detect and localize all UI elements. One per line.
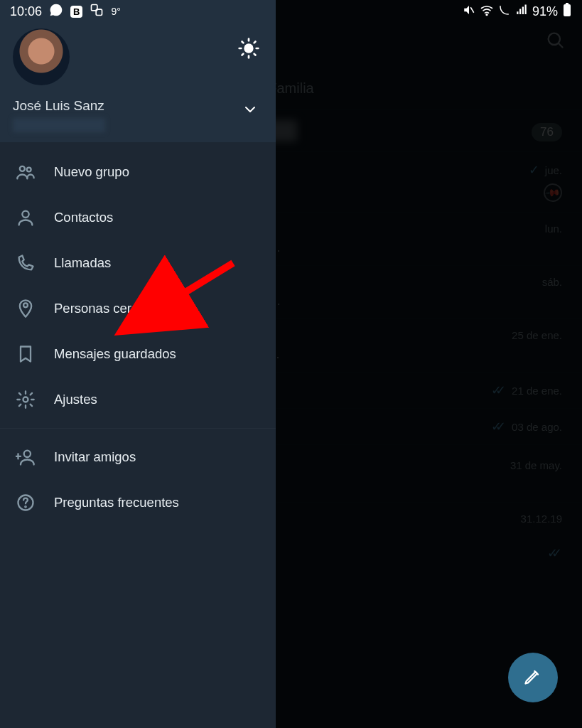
svg-point-24 [486,14,487,15]
chevron-down-icon[interactable] [242,101,259,121]
svg-point-12 [27,168,31,172]
menu-people-nearby[interactable]: Personas cerca [0,286,276,331]
avatar[interactable] [13,28,70,85]
status-time: 10:06 [10,4,42,19]
svg-point-14 [23,303,28,307]
gear-icon [16,390,36,410]
drawer-menu: Nuevo grupo Contactos Llamadas Personas … [0,142,276,532]
svg-point-11 [20,166,25,171]
menu-label: Contactos [54,210,113,225]
menu-label: Ajustes [54,392,97,407]
group-icon [16,162,36,182]
signal-icon [515,4,528,20]
compose-fab[interactable] [508,653,558,702]
menu-new-group[interactable]: Nuevo grupo [0,149,276,195]
menu-label: Preguntas frecuentes [54,495,179,510]
menu-calls[interactable]: Llamadas [0,240,276,286]
svg-point-16 [24,451,31,457]
svg-rect-26 [566,3,568,4]
svg-point-2 [244,43,253,53]
svg-line-7 [242,42,244,43]
person-pin-icon [16,299,36,318]
status-temp: 9° [111,6,120,17]
help-icon [16,493,36,513]
svg-line-8 [254,54,256,55]
person-add-icon [16,447,36,467]
wifi-icon [480,3,494,21]
menu-separator [0,428,276,429]
menu-label: Invitar amigos [54,449,136,465]
navigation-drawer: José Luis Sanz Nuevo grupo Contactos Lla… [0,0,276,728]
menu-faq[interactable]: Preguntas frecuentes [0,480,276,525]
volte-icon [498,4,511,20]
person-icon [16,208,36,228]
menu-label: Personas cerca [54,301,146,316]
redacted-text [13,118,105,132]
menu-contacts[interactable]: Contactos [0,195,276,240]
status-bar: 10:06 B 9° 91% [0,0,582,23]
menu-label: Nuevo grupo [54,164,129,180]
app-icon: B [70,6,82,18]
status-battery: 91% [532,4,558,19]
battery-icon [562,3,572,21]
theme-toggle-icon[interactable] [237,37,260,60]
svg-point-20 [25,506,26,507]
svg-point-13 [22,211,28,218]
menu-saved-messages[interactable]: Mensajes guardados [0,331,276,377]
translate-icon [90,3,104,21]
pencil-icon [523,666,543,689]
menu-settings[interactable]: Ajustes [0,377,276,422]
svg-rect-25 [564,4,571,16]
menu-invite-friends[interactable]: Invitar amigos [0,434,276,480]
menu-label: Mensajes guardados [54,346,176,362]
svg-line-9 [242,54,244,55]
menu-label: Llamadas [54,255,111,271]
user-name: José Luis Sanz [13,98,263,114]
svg-line-10 [254,42,256,43]
whatsapp-icon [49,3,63,21]
bookmark-icon [16,344,36,364]
svg-line-23 [470,7,474,13]
svg-point-15 [23,397,28,402]
mute-icon [463,4,475,20]
phone-icon [16,253,36,273]
